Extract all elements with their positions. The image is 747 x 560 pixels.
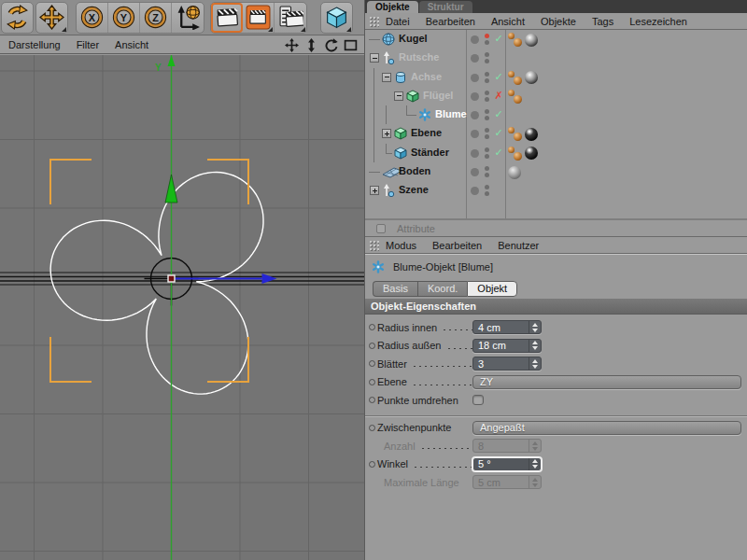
drag-grip-icon[interactable] <box>369 16 379 27</box>
enabled-check-icon[interactable]: ✓ <box>492 71 505 83</box>
render-visibility-dot[interactable] <box>485 59 489 63</box>
render-visibility-dot[interactable] <box>485 134 489 139</box>
am-menu-modus[interactable]: Modus <box>386 240 416 251</box>
value-stepper[interactable]: 5 ° <box>472 457 542 471</box>
dropdown-select[interactable]: ZY <box>472 375 741 389</box>
editor-visibility-dot[interactable] <box>485 72 489 77</box>
material-tag-icon[interactable] <box>525 128 538 141</box>
keyframe-circle[interactable] <box>369 379 375 385</box>
material-tag-icon[interactable] <box>525 147 538 160</box>
layer-dot[interactable] <box>471 35 479 44</box>
viewport[interactable]: Y <box>0 55 364 560</box>
tree-row-blume[interactable]: Blume✓ <box>365 105 747 124</box>
render-visibility-dot[interactable] <box>485 191 489 196</box>
editor-visibility-dot[interactable] <box>485 34 489 38</box>
render-visibility-dot[interactable] <box>485 40 489 45</box>
render-visibility-dot[interactable] <box>485 78 489 83</box>
render-view-button[interactable] <box>211 3 243 33</box>
checkbox[interactable] <box>472 395 484 405</box>
tree-row-ebene[interactable]: Ebene✓ <box>365 124 747 143</box>
render-visibility-dot[interactable] <box>485 173 489 177</box>
tree-row-ständer[interactable]: Ständer✓ <box>365 144 747 162</box>
render-settings-button[interactable] <box>275 3 306 33</box>
layer-dot[interactable] <box>471 130 479 138</box>
attr-tab-objekt[interactable]: Objekt <box>467 281 517 297</box>
enabled-check-icon[interactable]: ✓ <box>492 33 505 45</box>
expand-toggle[interactable] <box>370 186 379 195</box>
om-menu-tags[interactable]: Tags <box>592 16 613 27</box>
editor-visibility-dot[interactable] <box>485 147 489 152</box>
om-menu-bearbeiten[interactable]: Bearbeiten <box>426 16 475 27</box>
layer-dot[interactable] <box>471 92 479 101</box>
om-menu-lesezeichen[interactable]: Lesezeichen <box>629 16 687 27</box>
phong-tag-icon[interactable] <box>508 33 522 47</box>
attr-tab-koord[interactable]: Koord. <box>417 281 467 297</box>
collapse-toggle[interactable] <box>382 73 391 82</box>
expand-toggle[interactable] <box>382 129 391 138</box>
keyframe-circle[interactable] <box>369 324 375 330</box>
coordinate-system-button[interactable] <box>172 3 204 33</box>
tree-row-kugel[interactable]: Kugel✓ <box>365 30 747 49</box>
add-primitive-cube-button[interactable] <box>320 2 353 34</box>
collapse-toggle[interactable] <box>394 91 403 101</box>
object-label[interactable]: Blume <box>435 108 467 119</box>
attr-tab-basis[interactable]: Basis <box>373 281 417 297</box>
om-menu-ansicht[interactable]: Ansicht <box>491 16 525 27</box>
om-menu-objekte[interactable]: Objekte <box>541 16 576 27</box>
collapse-toggle[interactable] <box>370 53 379 63</box>
render-visibility-dot[interactable] <box>485 97 489 102</box>
tree-row-boden[interactable]: Boden <box>365 162 747 181</box>
keyframe-circle[interactable] <box>369 425 375 431</box>
enabled-check-icon[interactable]: ✓ <box>492 127 505 139</box>
object-label[interactable]: Flügel <box>423 90 453 101</box>
stepper-value[interactable]: 4 cm <box>473 322 529 333</box>
object-label[interactable]: Ebene <box>411 127 442 138</box>
material-tag-icon[interactable] <box>525 71 538 84</box>
keyframe-circle[interactable] <box>369 360 375 367</box>
keyframe-circle[interactable] <box>369 397 375 403</box>
object-label[interactable]: Kugel <box>399 33 428 44</box>
material-tag-icon[interactable] <box>508 166 521 179</box>
tree-row-achse[interactable]: Achse✓ <box>365 68 747 87</box>
editor-visibility-dot[interactable] <box>485 109 489 114</box>
value-stepper[interactable]: 3 <box>472 357 542 371</box>
dropdown-select[interactable]: Angepaßt <box>472 421 741 435</box>
object-label[interactable]: Boden <box>399 165 430 176</box>
phong-tag-icon[interactable] <box>508 127 522 141</box>
stepper-arrows-icon[interactable] <box>529 321 541 333</box>
tree-row-szene[interactable]: Szene <box>365 181 747 200</box>
drag-grip-icon[interactable] <box>369 240 379 251</box>
enabled-check-icon[interactable]: ✓ <box>492 147 505 159</box>
object-label[interactable]: Achse <box>411 71 442 82</box>
stepper-value[interactable]: 5 ° <box>473 458 529 469</box>
tab-struktur[interactable]: Struktur <box>419 1 472 13</box>
viewport-menu-filter[interactable]: Filter <box>77 39 99 50</box>
layer-dot[interactable] <box>471 74 479 82</box>
stepper-arrows-icon[interactable] <box>529 357 541 370</box>
viewport-dolly-icon[interactable] <box>304 38 318 52</box>
render-visibility-dot[interactable] <box>485 154 489 159</box>
phong-tag-icon[interactable] <box>508 147 522 161</box>
phong-tag-icon[interactable] <box>508 71 522 85</box>
layer-dot[interactable] <box>471 168 479 176</box>
origin-handle[interactable] <box>168 275 175 282</box>
editor-visibility-dot[interactable] <box>485 52 489 57</box>
stepper-value[interactable]: 18 cm <box>473 340 529 351</box>
lock-x-axis-button[interactable]: X <box>77 3 108 33</box>
tab-objekte[interactable]: Objekte <box>367 1 418 13</box>
editor-visibility-dot[interactable] <box>485 166 489 171</box>
lock-z-axis-button[interactable]: Z <box>140 3 172 33</box>
value-stepper[interactable]: 4 cm <box>472 320 542 334</box>
tree-row-rutsche[interactable]: Rutsche <box>365 49 747 67</box>
phong-tag-icon[interactable] <box>508 90 522 104</box>
stepper-value[interactable]: 3 <box>473 358 529 370</box>
render-active-objects-button[interactable] <box>243 3 275 33</box>
viewport-menu-darstellung[interactable]: Darstellung <box>8 39 61 50</box>
viewport-canvas[interactable]: Y <box>0 55 364 560</box>
stepper-arrows-icon[interactable] <box>529 340 541 352</box>
layer-dot[interactable] <box>471 111 479 119</box>
keyframe-circle[interactable] <box>369 343 375 349</box>
stepper-arrows-icon[interactable] <box>529 458 541 470</box>
material-tag-icon[interactable] <box>525 34 538 47</box>
object-label[interactable]: Ständer <box>411 147 449 158</box>
